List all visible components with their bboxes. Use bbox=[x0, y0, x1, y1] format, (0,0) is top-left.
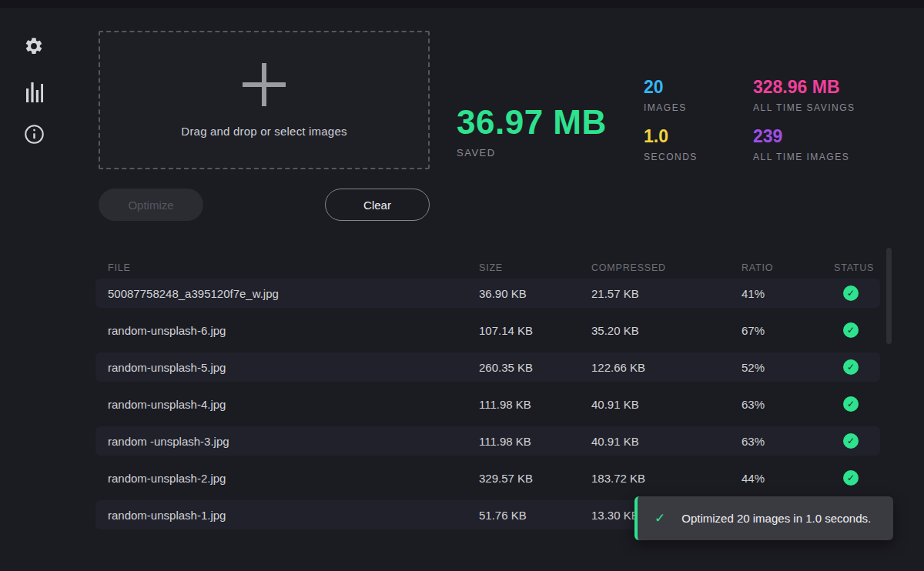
saved-label: SAVED bbox=[457, 147, 607, 159]
column-header-compressed: COMPRESSED bbox=[591, 262, 742, 273]
status-success-icon: ✓ bbox=[843, 433, 859, 449]
status-cell: ✓ bbox=[834, 433, 868, 449]
compressed-cell: 122.66 KB bbox=[591, 361, 742, 374]
table-row: random -unsplash-3.jpg 111.98 KB 40.91 K… bbox=[95, 426, 880, 456]
alltime-images-label: ALL TIME IMAGES bbox=[753, 152, 855, 162]
status-cell: ✓ bbox=[834, 359, 868, 375]
size-cell: 260.35 KB bbox=[479, 361, 591, 374]
ratio-cell: 67% bbox=[742, 324, 834, 337]
toast-notification: ✓ Optimized 20 images in 1.0 seconds. bbox=[634, 496, 893, 540]
ratio-cell: 63% bbox=[742, 398, 834, 411]
stats-column-session: 20 IMAGES 1.0 SECONDS bbox=[644, 77, 698, 175]
images-value: 20 bbox=[644, 77, 698, 97]
size-cell: 51.76 KB bbox=[479, 509, 591, 522]
status-success-icon: ✓ bbox=[843, 396, 859, 412]
file-cell: random-unsplash-1.jpg bbox=[108, 509, 479, 522]
alltime-images-value: 239 bbox=[753, 126, 855, 146]
status-success-icon: ✓ bbox=[843, 286, 859, 301]
ratio-cell: 41% bbox=[742, 287, 834, 300]
table-row: random-unsplash-6.jpg 107.14 KB 35.20 KB… bbox=[95, 316, 880, 345]
alltime-savings-label: ALL TIME SAVINGS bbox=[753, 102, 855, 113]
clear-button[interactable]: Clear bbox=[325, 189, 430, 221]
ratio-cell: 63% bbox=[742, 435, 834, 448]
file-cell: random -unsplash-3.jpg bbox=[108, 435, 479, 448]
compressed-cell: 21.57 KB bbox=[591, 287, 742, 300]
table-row: random-unsplash-4.jpg 111.98 KB 40.91 KB… bbox=[95, 389, 880, 419]
file-cell: random-unsplash-5.jpg bbox=[108, 361, 479, 374]
stat-alltime-savings: 328.96 MB ALL TIME SAVINGS bbox=[753, 77, 855, 113]
table-header: FILE SIZE COMPRESSED RATIO STATUS bbox=[95, 257, 880, 279]
optimize-button[interactable]: Optimize bbox=[99, 189, 203, 221]
column-header-status: STATUS bbox=[834, 262, 874, 273]
toast-message: Optimized 20 images in 1.0 seconds. bbox=[681, 512, 871, 525]
size-cell: 329.57 KB bbox=[479, 472, 591, 485]
bar-chart-icon bbox=[25, 79, 43, 102]
sidebar-item-info[interactable] bbox=[23, 123, 45, 145]
results-table: FILE SIZE COMPRESSED RATIO STATUS 500877… bbox=[95, 257, 880, 537]
size-cell: 107.14 KB bbox=[479, 324, 591, 337]
table-row: 50087758248_a395120f7e_w.jpg 36.90 KB 21… bbox=[95, 279, 880, 308]
titlebar bbox=[0, 0, 924, 8]
stat-images: 20 IMAGES bbox=[644, 77, 698, 113]
dropzone-label: Drag and drop or select images bbox=[181, 125, 346, 138]
table-row: random-unsplash-5.jpg 260.35 KB 122.66 K… bbox=[95, 352, 880, 382]
status-cell: ✓ bbox=[834, 396, 868, 412]
status-success-icon: ✓ bbox=[843, 322, 859, 338]
sidebar-item-stats[interactable] bbox=[23, 80, 45, 102]
size-cell: 36.90 KB bbox=[479, 287, 591, 300]
table-row: random-unsplash-2.jpg 329.57 KB 183.72 K… bbox=[95, 463, 880, 493]
seconds-label: SECONDS bbox=[644, 152, 698, 162]
file-cell: random-unsplash-4.jpg bbox=[108, 398, 479, 411]
alltime-savings-value: 328.96 MB bbox=[753, 77, 855, 97]
ratio-cell: 52% bbox=[742, 361, 834, 374]
status-cell: ✓ bbox=[834, 286, 868, 301]
sidebar bbox=[0, 8, 69, 571]
gear-icon bbox=[24, 36, 44, 56]
app-window: Drag and drop or select images Optimize … bbox=[0, 0, 924, 571]
stats-column-alltime: 328.96 MB ALL TIME SAVINGS 239 ALL TIME … bbox=[753, 77, 855, 175]
info-icon bbox=[24, 124, 45, 145]
file-cell: random-unsplash-2.jpg bbox=[108, 472, 479, 485]
ratio-cell: 44% bbox=[742, 472, 834, 485]
size-cell: 111.98 KB bbox=[479, 398, 591, 411]
sidebar-item-settings[interactable] bbox=[23, 35, 45, 57]
status-cell: ✓ bbox=[834, 322, 868, 338]
stat-alltime-images: 239 ALL TIME IMAGES bbox=[753, 126, 855, 162]
column-header-ratio: RATIO bbox=[742, 262, 834, 273]
size-cell: 111.98 KB bbox=[479, 435, 591, 448]
stat-seconds: 1.0 SECONDS bbox=[644, 126, 698, 162]
stat-saved: 36.97 MB SAVED bbox=[457, 103, 607, 159]
file-cell: random-unsplash-6.jpg bbox=[108, 324, 479, 337]
compressed-cell: 40.91 KB bbox=[591, 398, 742, 411]
images-label: IMAGES bbox=[644, 102, 698, 113]
file-cell: 50087758248_a395120f7e_w.jpg bbox=[108, 287, 479, 300]
check-icon: ✓ bbox=[654, 510, 665, 526]
table-body: 50087758248_a395120f7e_w.jpg 36.90 KB 21… bbox=[95, 279, 880, 529]
status-cell: ✓ bbox=[834, 470, 868, 486]
plus-icon bbox=[243, 63, 286, 106]
column-header-file: FILE bbox=[108, 262, 479, 273]
saved-value: 36.97 MB bbox=[457, 103, 607, 142]
scrollbar-thumb[interactable] bbox=[886, 248, 892, 344]
status-success-icon: ✓ bbox=[843, 470, 859, 486]
compressed-cell: 183.72 KB bbox=[591, 472, 742, 485]
column-header-size: SIZE bbox=[479, 262, 591, 273]
compressed-cell: 40.91 KB bbox=[591, 435, 742, 448]
dropzone[interactable]: Drag and drop or select images bbox=[99, 31, 430, 169]
status-success-icon: ✓ bbox=[843, 359, 859, 375]
compressed-cell: 35.20 KB bbox=[591, 324, 742, 337]
seconds-value: 1.0 bbox=[644, 126, 698, 146]
